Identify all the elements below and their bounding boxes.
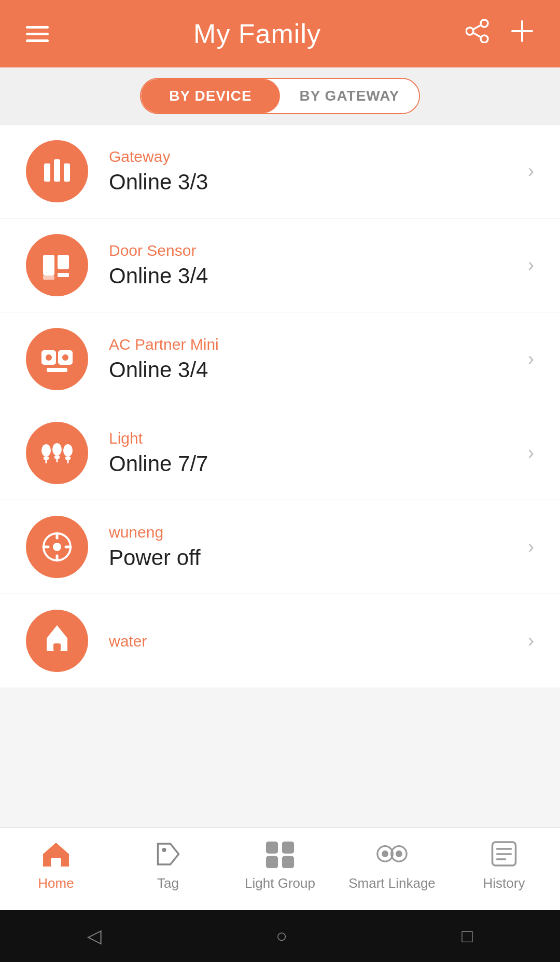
light-chevron: › <box>528 442 534 464</box>
wuneng-info: wuneng Power off <box>109 524 517 570</box>
page-title: My Family <box>193 18 321 49</box>
svg-point-19 <box>41 444 51 457</box>
light-status: Online 7/7 <box>109 451 517 476</box>
light-category: Light <box>109 430 517 447</box>
ac-partner-category: AC Partner Mini <box>109 336 517 353</box>
svg-rect-34 <box>53 643 61 651</box>
water-chevron: › <box>528 630 534 652</box>
nav-item-smart-linkage[interactable]: Smart Linkage <box>336 838 448 891</box>
svg-rect-8 <box>54 159 60 182</box>
android-navigation: ◁ ○ □ <box>0 910 560 962</box>
svg-rect-18 <box>47 368 67 372</box>
svg-rect-13 <box>58 273 69 277</box>
svg-point-17 <box>62 354 69 361</box>
svg-rect-7 <box>44 163 50 182</box>
svg-rect-12 <box>58 255 69 269</box>
smart-linkage-icon <box>374 838 410 869</box>
ac-partner-status: Online 3/4 <box>109 358 517 382</box>
ac-partner-info: AC Partner Mini Online 3/4 <box>109 336 517 382</box>
gateway-info: Gateway Online 3/3 <box>109 148 517 195</box>
device-item-door-sensor[interactable]: Door Sensor Online 3/4 › <box>0 218 560 312</box>
device-list-area: Gateway Online 3/3 › Door Sensor Online … <box>0 125 560 858</box>
tag-nav-label: Tag <box>157 875 179 891</box>
home-icon <box>38 838 74 869</box>
device-item-gateway[interactable]: Gateway Online 3/3 › <box>0 125 560 218</box>
history-icon <box>486 838 522 869</box>
svg-line-4 <box>473 33 481 37</box>
bottom-navigation: Home Tag Light Group <box>0 827 560 910</box>
wuneng-status: Power off <box>109 545 517 570</box>
water-info: water <box>109 627 517 654</box>
android-recent-button[interactable]: □ <box>461 925 473 947</box>
by-device-toggle[interactable]: BY DEVICE <box>141 79 280 113</box>
svg-rect-35 <box>51 858 61 867</box>
svg-line-3 <box>473 25 481 30</box>
svg-point-36 <box>162 848 166 852</box>
water-category: water <box>109 633 517 650</box>
tag-icon <box>150 838 186 869</box>
android-home-button[interactable]: ○ <box>276 925 287 947</box>
view-toggle-bar: BY DEVICE BY GATEWAY <box>0 67 560 125</box>
svg-point-29 <box>53 543 61 551</box>
svg-point-22 <box>52 443 62 456</box>
light-info: Light Online 7/7 <box>109 430 517 476</box>
smart-linkage-nav-label: Smart Linkage <box>348 875 436 891</box>
svg-point-0 <box>481 20 488 27</box>
water-icon-circle <box>26 610 88 672</box>
nav-item-light-group[interactable]: Light Group <box>224 838 336 891</box>
light-group-nav-label: Light Group <box>245 875 315 891</box>
wuneng-category: wuneng <box>109 524 517 541</box>
door-sensor-info: Door Sensor Online 3/4 <box>109 242 517 288</box>
app-header: My Family <box>0 0 560 67</box>
gateway-category: Gateway <box>109 148 517 166</box>
device-item-water[interactable]: water › <box>0 594 560 688</box>
svg-rect-10 <box>43 255 54 276</box>
svg-rect-23 <box>54 456 60 459</box>
android-back-button[interactable]: ◁ <box>87 925 102 947</box>
door-sensor-status: Online 3/4 <box>109 264 517 288</box>
svg-rect-37 <box>266 841 278 853</box>
svg-point-44 <box>396 850 402 857</box>
svg-point-25 <box>63 444 73 457</box>
toggle-container: BY DEVICE BY GATEWAY <box>140 78 420 114</box>
svg-rect-11 <box>43 276 54 280</box>
ac-partner-chevron: › <box>528 348 534 370</box>
share-icon[interactable] <box>466 19 489 48</box>
header-actions <box>466 19 534 48</box>
door-sensor-chevron: › <box>528 254 534 276</box>
gateway-icon-circle <box>26 140 88 202</box>
menu-button[interactable] <box>26 26 49 42</box>
device-item-ac-partner[interactable]: AC Partner Mini Online 3/4 › <box>0 312 560 406</box>
light-icon-circle <box>26 422 88 484</box>
svg-point-15 <box>45 354 52 361</box>
by-gateway-toggle[interactable]: BY GATEWAY <box>280 79 419 113</box>
svg-point-1 <box>466 28 473 35</box>
svg-rect-9 <box>64 163 70 182</box>
add-button[interactable] <box>510 19 534 48</box>
nav-item-history[interactable]: History <box>448 838 560 891</box>
device-item-light[interactable]: Light Online 7/7 › <box>0 406 560 500</box>
history-nav-label: History <box>483 875 525 891</box>
svg-rect-39 <box>266 856 278 868</box>
svg-point-42 <box>382 850 388 857</box>
nav-item-tag[interactable]: Tag <box>112 838 224 891</box>
ac-partner-icon-circle <box>26 328 88 390</box>
svg-rect-20 <box>44 457 49 460</box>
svg-rect-38 <box>282 841 294 853</box>
light-group-icon <box>262 838 298 869</box>
svg-rect-26 <box>65 457 71 460</box>
svg-point-2 <box>481 35 488 43</box>
gateway-status: Online 3/3 <box>109 170 517 195</box>
device-item-wuneng[interactable]: wuneng Power off › <box>0 500 560 594</box>
wuneng-icon-circle <box>26 516 88 578</box>
gateway-chevron: › <box>528 160 534 182</box>
door-sensor-icon-circle <box>26 234 88 296</box>
svg-rect-40 <box>282 856 294 868</box>
home-nav-label: Home <box>38 875 74 891</box>
nav-item-home[interactable]: Home <box>0 838 112 891</box>
door-sensor-category: Door Sensor <box>109 242 517 259</box>
wuneng-chevron: › <box>528 536 534 558</box>
